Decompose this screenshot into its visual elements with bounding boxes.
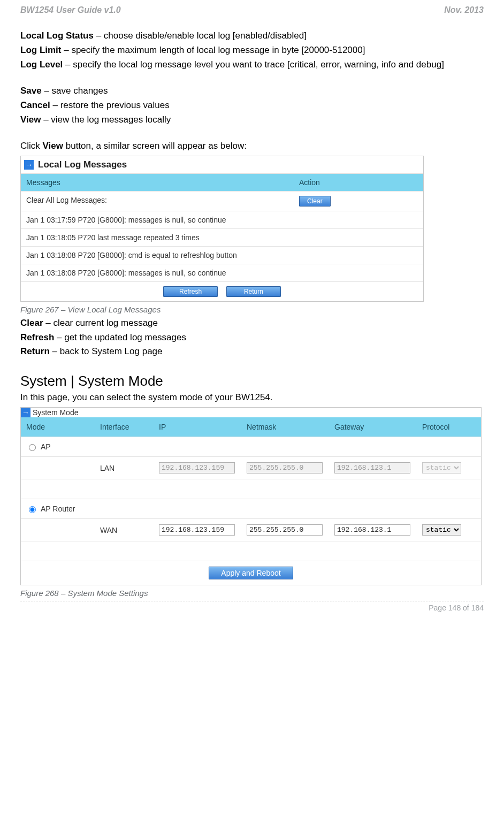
aprouter-ip-input[interactable] (159, 524, 235, 536)
clear-all-row: Clear All Log Messages: Clear (21, 192, 423, 211)
ap-interface: LAN (95, 457, 154, 479)
figure-267-caption: Figure 267 – View Local Log Messages (20, 305, 484, 314)
header-left: BW1254 User Guide v1.0 (20, 5, 121, 15)
log-cell: Jan 1 03:18:08 P720 [G8000]: messages is… (21, 264, 294, 281)
page-number: Page 148 of 184 (429, 604, 484, 612)
return-button[interactable]: Return (226, 286, 281, 297)
col-ip-header: IP (154, 417, 241, 437)
desc-cancel: – restore the previous values (50, 100, 170, 110)
system-mode-intro: In this page, you can select the system … (20, 392, 484, 404)
aprouter-protocol-select[interactable]: static (422, 524, 461, 536)
label-log-level: Log Level (20, 59, 63, 70)
header-right: Nov. 2013 (444, 5, 484, 15)
ap-label: AP (41, 442, 51, 451)
spacer-row (21, 541, 481, 561)
label-refresh: Refresh (20, 332, 54, 342)
col-interface-header: Interface (95, 417, 154, 437)
desc-local-log-status: – choose disable/enable local log [enabl… (94, 30, 307, 41)
arrow-icon: → (21, 408, 30, 417)
aprouter-radio-label[interactable]: AP Router (26, 505, 89, 513)
desc-log-level: – specify the local log message level yo… (63, 59, 444, 70)
ap-radio-label[interactable]: AP (26, 442, 89, 451)
local-log-header-row: Messages Action (21, 174, 423, 192)
aprouter-label: AP Router (41, 505, 75, 513)
para-save: Save – save changes (20, 85, 484, 97)
label-return: Return (20, 346, 50, 356)
para-return: Return – back to System Log page (20, 346, 484, 358)
para-refresh: Refresh – get the updated log messages (20, 332, 484, 344)
col-action-header: Action (294, 174, 423, 191)
aprouter-mode-row: AP Router (21, 499, 481, 519)
page-header: BW1254 User Guide v1.0 Nov. 2013 (20, 5, 484, 15)
label-view: View (20, 114, 41, 125)
system-mode-heading: System | System Mode (20, 373, 484, 389)
click-view-post: button, a similar screen will appear as … (63, 141, 247, 151)
system-mode-panel: → System Mode Mode Interface IP Netmask … (20, 407, 482, 585)
aprouter-netmask-input[interactable] (247, 524, 323, 536)
aprouter-interface: WAN (95, 519, 154, 541)
clear-button[interactable]: Clear (299, 196, 331, 207)
para-click-view: Click View button, a similar screen will… (20, 140, 484, 152)
refresh-button[interactable]: Refresh (163, 286, 218, 297)
page-footer: Page 148 of 184 (20, 601, 484, 612)
ap-lan-row: LAN static (21, 457, 481, 479)
ap-gateway-input (334, 462, 410, 473)
para-local-log-status: Local Log Status – choose disable/enable… (20, 30, 484, 42)
clear-all-label: Clear All Log Messages: (21, 192, 294, 211)
click-view-pre: Click (20, 141, 43, 151)
spacer-row (21, 479, 481, 499)
log-row: Jan 1 03:18:05 P720 last message repeate… (21, 229, 423, 247)
local-log-titlebar: → Local Log Messages (21, 156, 423, 174)
figure-268-caption: Figure 268 – System Mode Settings (20, 589, 484, 598)
log-cell: Jan 1 03:17:59 P720 [G8000]: messages is… (21, 211, 294, 228)
para-view: View – view the log messages locally (20, 114, 484, 126)
label-cancel: Cancel (20, 100, 50, 110)
log-cell: Jan 1 03:18:08 P720 [G8000]: cmd is equa… (21, 247, 294, 264)
log-row: Jan 1 03:18:08 P720 [G8000]: messages is… (21, 264, 423, 282)
system-mode-footer: Apply and Reboot (21, 561, 481, 585)
ap-radio[interactable] (29, 444, 36, 451)
ap-netmask-input (247, 462, 323, 473)
system-mode-header-row: Mode Interface IP Netmask Gateway Protoc… (21, 417, 481, 437)
arrow-icon: → (24, 160, 34, 170)
log-button-row: Refresh Return (21, 282, 423, 301)
local-log-panel: → Local Log Messages Messages Action Cle… (20, 156, 424, 302)
click-view-bold: View (43, 141, 63, 151)
para-log-level: Log Level – specify the local log messag… (20, 59, 484, 71)
label-save: Save (20, 86, 42, 96)
desc-log-limit: – specify the maximum length of local lo… (61, 45, 365, 55)
label-log-limit: Log Limit (20, 45, 61, 55)
aprouter-wan-row: WAN static (21, 519, 481, 541)
system-mode-titlebar: → System Mode (21, 408, 481, 417)
desc-save: – save changes (42, 86, 108, 96)
apply-reboot-button[interactable]: Apply and Reboot (209, 567, 293, 579)
col-gateway-header: Gateway (329, 417, 417, 437)
para-log-limit: Log Limit – specify the maximum length o… (20, 44, 484, 57)
log-row: Jan 1 03:17:59 P720 [G8000]: messages is… (21, 211, 423, 229)
desc-return: – back to System Log page (50, 346, 163, 356)
para-cancel: Cancel – restore the previous values (20, 100, 484, 112)
log-row: Jan 1 03:18:08 P720 [G8000]: cmd is equa… (21, 247, 423, 264)
col-mode-header: Mode (21, 417, 95, 437)
log-cell: Jan 1 03:18:05 P720 last message repeate… (21, 229, 294, 246)
col-protocol-header: Protocol (417, 417, 481, 437)
aprouter-radio[interactable] (29, 506, 36, 513)
local-log-title: Local Log Messages (38, 159, 127, 170)
label-clear: Clear (20, 318, 43, 328)
label-local-log-status: Local Log Status (20, 30, 94, 41)
desc-view: – view the log messages locally (41, 114, 171, 125)
system-mode-title: System Mode (33, 408, 79, 417)
ap-mode-row: AP (21, 437, 481, 457)
ap-protocol-select: static (422, 462, 461, 473)
desc-clear: – clear current log message (43, 318, 158, 328)
col-netmask-header: Netmask (241, 417, 329, 437)
ap-ip-input (159, 462, 235, 473)
aprouter-gateway-input[interactable] (334, 524, 410, 536)
para-clear: Clear – clear current log message (20, 317, 484, 330)
col-messages-header: Messages (21, 174, 294, 191)
desc-refresh: – get the updated log messages (54, 332, 186, 342)
